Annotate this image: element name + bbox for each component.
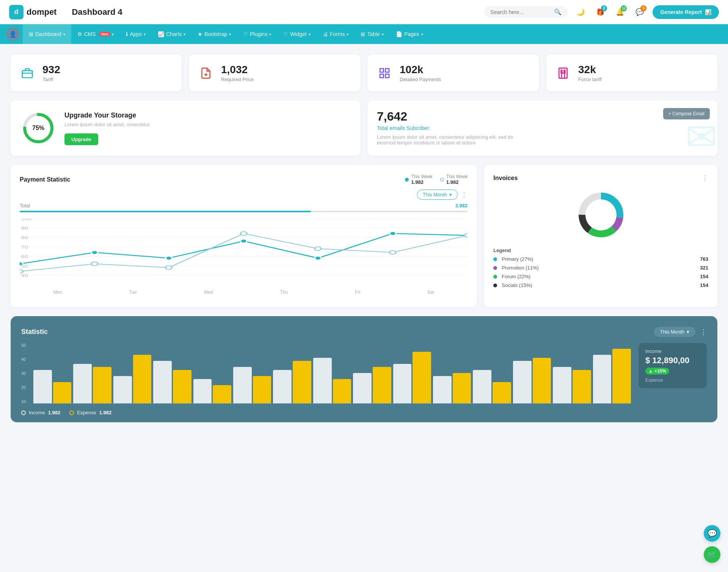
svg-rect-11 [561, 72, 562, 73]
gift-badge: 2 [601, 5, 607, 11]
generate-report-button[interactable]: Generate Report 📊 [653, 5, 719, 19]
tooltip-label: Income [645, 348, 700, 354]
chevron-down-icon: ▾ [63, 32, 65, 36]
chevron-down-icon-9: ▾ [382, 32, 384, 36]
x-label-thu: Thu [280, 290, 288, 295]
nav-item-dashboard[interactable]: ⊞ Dashboard ▾ [23, 24, 71, 44]
bar-white [153, 361, 172, 403]
invoices-header: Invoices ⋮ [493, 174, 708, 182]
bar-white [233, 367, 252, 403]
legend-this-week-2: This Week 1.982 [440, 174, 468, 185]
svg-rect-6 [380, 74, 383, 77]
storage-card: 75% Upgrade Your Storage Lorem ipsum dol… [11, 100, 360, 156]
cms-icon: ⚙ [77, 31, 82, 37]
bar-white [433, 376, 452, 403]
chevron-down-icon-6: ▾ [269, 32, 271, 36]
messages-button[interactable]: 💬 5 [633, 5, 646, 19]
invoices-more-icon[interactable]: ⋮ [701, 174, 708, 182]
primary-color [493, 257, 497, 261]
bar-group [473, 370, 511, 403]
nav-item-widget[interactable]: ♡ Widget ▾ [277, 24, 317, 44]
statistic-month-button[interactable]: This Month ▾ [654, 327, 695, 337]
header-actions: 🔍 🌙 🎁 2 🔔 12 💬 5 Generate Report 📊 [484, 5, 719, 19]
svg-point-26 [315, 256, 321, 260]
storage-text: Upgrade Your Storage Lorem ipsum dolor s… [64, 111, 151, 145]
notifications-button[interactable]: 🔔 12 [613, 5, 627, 19]
tooltip-value: $ 12,890,00 [645, 356, 700, 365]
tariff-info: 932 Tariff [42, 64, 60, 82]
upgrade-button[interactable]: Upgrade [64, 133, 98, 145]
nav-item-forms[interactable]: 🖨 Forms ▾ [317, 24, 355, 44]
bar-white [193, 379, 212, 403]
income-legend-val: 1.982 [48, 410, 61, 415]
nav-item-plugins[interactable]: ♡ Plugins ▾ [237, 24, 277, 44]
payment-progress-bar [20, 211, 468, 212]
email-subtitle: Total emails Subcriber. [377, 125, 708, 131]
header: d dompet Dashboard 4 🔍 🌙 🎁 2 🔔 12 💬 5 Ge… [0, 0, 728, 24]
statistic-more-icon[interactable]: ⋮ [700, 328, 707, 336]
email-card: + Compose Email 7,642 Total emails Subcr… [368, 100, 717, 156]
nav-item-table[interactable]: ⊞ Table ▾ [355, 24, 389, 44]
pages-icon: 📄 [396, 31, 402, 37]
bootstrap-icon: ★ [198, 31, 202, 37]
theme-toggle[interactable]: 🌙 [574, 5, 587, 19]
nav-plugins-label: Plugins [250, 31, 267, 37]
chevron-down-icon-2: ▾ [112, 32, 114, 36]
payment-chart: 100 90 80 70 60 50 40 [20, 218, 468, 287]
nav-item-bootstrap[interactable]: ★ Bootstrap ▾ [191, 24, 237, 44]
bar-yellow [133, 355, 152, 403]
list-item-socials: Socials (15%) 154 [493, 282, 708, 288]
nav-item-pages[interactable]: 📄 Pages ▾ [390, 24, 429, 44]
nav-item-cms[interactable]: ⚙ CMS New ▾ [71, 24, 120, 44]
svg-point-30 [91, 262, 98, 266]
chevron-down-icon-5: ▾ [229, 32, 231, 36]
main-content: 932 Tariff 1,032 Required Price 102k Det… [0, 44, 728, 422]
svg-point-34 [389, 251, 396, 254]
nav-item-apps[interactable]: ℹ Apps ▾ [120, 24, 152, 44]
bar-yellow [53, 382, 72, 403]
nav-charts-label: Charts [166, 31, 182, 37]
primary-text: Primary (27%) [502, 256, 533, 262]
tooltip-change: ▲ +15% [645, 368, 669, 375]
chevron-down-icon-4: ▾ [184, 32, 185, 36]
x-label-mon: Mon [53, 290, 62, 295]
bar-white [113, 376, 132, 403]
email-count: 7,642 [377, 110, 708, 124]
promotion-color [493, 266, 497, 270]
svg-text:80: 80 [21, 236, 28, 240]
search-box[interactable]: 🔍 [484, 6, 568, 18]
storage-title: Upgrade Your Storage [64, 111, 151, 119]
payment-header: Payment Statistic This Week 1.982 This W… [20, 174, 468, 185]
svg-point-27 [389, 232, 396, 235]
gift-button[interactable]: 🎁 2 [593, 5, 607, 19]
required-price-value: 1,032 [221, 64, 254, 76]
y-label-10: 10 [21, 399, 30, 404]
expense-legend-label: Expense [77, 410, 96, 415]
storage-percentage: 75% [32, 125, 44, 132]
search-input[interactable] [490, 9, 551, 15]
nav-item-charts[interactable]: 📈 Charts ▾ [152, 24, 191, 44]
bar-group [353, 367, 391, 403]
statistic-legend-row: Income 1.982 Expense 1.982 [21, 410, 631, 415]
chevron-down-icon-8: ▾ [347, 32, 348, 36]
month-select[interactable]: This Month ▾ [417, 190, 458, 200]
bar-group [73, 364, 111, 403]
forum-color [493, 275, 497, 279]
arrow-up-icon: ▲ [648, 368, 653, 374]
force-tariff-info: 32k Force tariff [578, 64, 602, 82]
dot-outline-icon [440, 178, 444, 182]
svg-text:50: 50 [21, 264, 28, 269]
logo[interactable]: d dompet [9, 5, 56, 19]
legend-primary-label: Primary (27%) [493, 256, 533, 262]
detailed-payments-info: 102k Detailed Payments [400, 64, 441, 82]
force-tariff-label: Force tariff [578, 77, 602, 82]
chart-icon: 📊 [705, 9, 711, 15]
file-dollar-icon [197, 64, 215, 82]
income-legend-label: Income [29, 410, 45, 415]
svg-rect-10 [564, 70, 565, 71]
legend-socials-label: Socials (15%) [493, 282, 532, 288]
svg-text:100: 100 [21, 218, 31, 221]
detailed-payments-label: Detailed Payments [400, 77, 441, 82]
more-options-icon[interactable]: ⋮ [461, 191, 468, 199]
svg-text:60: 60 [21, 255, 28, 259]
